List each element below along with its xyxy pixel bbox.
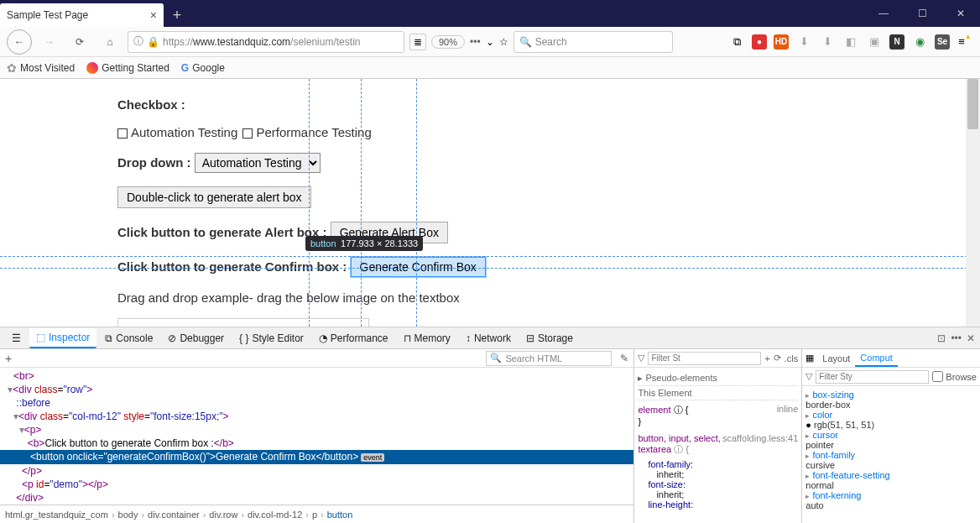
tab-debugger[interactable]: ⊘ Debugger xyxy=(161,329,231,348)
viewport-scrollbar[interactable] xyxy=(966,79,980,327)
page-actions[interactable]: ••• xyxy=(470,36,481,48)
tab-console[interactable]: ⧉ Console xyxy=(98,329,159,348)
devtools-dock-icon[interactable]: ⊡ xyxy=(937,332,946,344)
filter-styles-input[interactable] xyxy=(648,352,761,365)
ext-icon-6[interactable]: N xyxy=(889,34,904,50)
inspector-guide xyxy=(416,79,417,327)
checkbox-performance[interactable] xyxy=(242,128,253,139)
devtools-rules-pane: ▽ + ⟳ .cls ▸ Pseudo-elements This Elemen… xyxy=(633,349,801,523)
bc-item[interactable]: div.col-md-12 xyxy=(248,510,302,520)
browser-styles-toggle[interactable]: Browse xyxy=(932,371,977,382)
inspector-tooltip: button 177.933 × 28.1333 xyxy=(305,236,423,251)
devtools-panel: ☰ ⬚ Inspector ⧉ Console ⊘ Debugger { } S… xyxy=(0,327,980,523)
menu-icon[interactable]: ≡▲ xyxy=(957,34,973,50)
tab-computed[interactable]: Comput xyxy=(855,350,898,367)
reload-button[interactable]: ⟳ xyxy=(67,29,92,55)
reader-mode-icon[interactable]: ≣ xyxy=(409,34,426,50)
browser-tab[interactable]: Sample Test Page × xyxy=(0,3,164,27)
lock-icon: 🔒 xyxy=(147,36,159,48)
window-close-icon[interactable]: ✕ xyxy=(941,0,980,27)
add-rule-icon[interactable]: + xyxy=(764,353,769,363)
devtools-html-pane: + 🔍 Search HTML ✎ <br> ▾<div class="row"… xyxy=(0,349,633,523)
tooltip-dims: 177.933 × 28.1333 xyxy=(341,238,418,248)
cls-toggle[interactable]: .cls xyxy=(785,353,799,363)
new-tab-button[interactable]: + xyxy=(165,3,189,27)
event-badge[interactable]: event xyxy=(361,453,384,462)
filter-computed-input[interactable] xyxy=(816,370,929,384)
devtools-selected-node[interactable]: <button onclick="generateConfirmBox()">G… xyxy=(0,450,633,464)
tab-performance[interactable]: ◔ Performance xyxy=(312,329,395,348)
bc-item[interactable]: body xyxy=(118,510,138,520)
ext-icon-3[interactable]: ⬇ xyxy=(795,34,812,50)
zoom-badge[interactable]: 90% xyxy=(431,35,465,49)
tab-inspector[interactable]: ⬚ Inspector xyxy=(29,328,96,348)
inspector-guide xyxy=(361,79,362,327)
tab-layout[interactable]: Layout xyxy=(817,351,855,366)
dropdown-select[interactable]: Automation Testing xyxy=(195,153,321,173)
inspector-guide xyxy=(0,268,980,269)
ext-icon-4[interactable]: ⬇ xyxy=(819,34,836,50)
search-bar[interactable]: 🔍 Search xyxy=(513,31,673,53)
pocket-icon[interactable]: ⌄ xyxy=(486,36,494,48)
tab-network[interactable]: ↕ Network xyxy=(459,329,518,348)
sidebar-icon[interactable]: ◧ xyxy=(842,34,859,50)
double-click-button[interactable]: Double-click to generate alert box xyxy=(117,186,311,208)
devtools-close-icon[interactable]: ✕ xyxy=(967,332,975,344)
forward-button[interactable]: → xyxy=(37,29,62,55)
scrollbar-thumb[interactable] xyxy=(967,79,978,129)
home-button[interactable]: ⌂ xyxy=(97,29,122,55)
browser-navbar: ← → ⟳ ⌂ ⓘ 🔒 https://www.testandquiz.com/… xyxy=(0,27,980,57)
ext-icon-5[interactable]: ▣ xyxy=(866,34,883,50)
back-button[interactable]: ← xyxy=(7,29,32,55)
info-icon[interactable]: ⓘ xyxy=(133,34,143,49)
checkbox-performance-label: Performance Testing xyxy=(256,125,371,139)
checkbox-automation[interactable] xyxy=(117,128,128,139)
bc-item[interactable]: html.gr_testandquiz_com xyxy=(5,510,108,520)
bookmark-getting-started[interactable]: Getting Started xyxy=(86,62,169,74)
boxmodel-icon[interactable]: ▦ xyxy=(802,353,817,363)
tab-title: Sample Test Page xyxy=(7,9,88,21)
bookmark-star-icon[interactable]: ☆ xyxy=(499,36,508,48)
bookmark-most-visited[interactable]: ✿Most Visited xyxy=(7,61,75,75)
highlight-icon[interactable]: ✎ xyxy=(620,353,628,364)
library-icon[interactable]: ⧉ xyxy=(728,34,745,50)
devtools-computed-pane: ▦ Layout Comput ▽ Browse ▸ box-sizingbor… xyxy=(801,349,980,523)
checkbox-automation-label: Automation Testing xyxy=(131,125,237,139)
generate-confirm-button[interactable]: Generate Confirm Box xyxy=(351,257,486,277)
devtools-iframe-picker[interactable]: ☰ xyxy=(5,329,28,348)
bookmark-google[interactable]: GGoogle xyxy=(181,62,225,74)
dnd-label: Drag and drop example- drag the below im… xyxy=(117,290,863,305)
devtools-search-input[interactable]: 🔍 Search HTML xyxy=(486,351,612,366)
tab-style-editor[interactable]: { } Style Editor xyxy=(232,329,310,348)
dnd-textbox[interactable] xyxy=(117,318,369,327)
search-placeholder: Search xyxy=(535,36,567,48)
devtools-dom-tree[interactable]: <br> ▾<div class="row"> ::before ▾<div c… xyxy=(0,368,633,505)
inspector-guide xyxy=(0,256,980,257)
dropdown-label: Drop down : xyxy=(117,155,190,170)
bookmarks-bar: ✿Most Visited Getting Started GGoogle xyxy=(0,57,980,79)
filter-icon: ▽ xyxy=(805,371,812,382)
pseudo-icon[interactable]: ⟳ xyxy=(774,353,781,363)
devtools-tabs: ☰ ⬚ Inspector ⧉ Console ⊘ Debugger { } S… xyxy=(0,327,980,349)
bc-item[interactable]: div.container xyxy=(148,510,200,520)
bc-item[interactable]: div.row xyxy=(209,510,237,520)
inspector-guide xyxy=(309,79,310,327)
bc-item[interactable]: button xyxy=(327,510,353,520)
url-text: https://www.testandquiz.com/selenium/tes… xyxy=(163,36,360,48)
close-tab-icon[interactable]: × xyxy=(150,8,157,22)
add-element-icon[interactable]: + xyxy=(5,352,12,365)
window-minimize-icon[interactable]: — xyxy=(864,0,903,27)
ext-icon-8[interactable]: Se xyxy=(935,34,950,50)
devtools-more-icon[interactable]: ••• xyxy=(951,332,962,344)
window-titlebar: Sample Test Page × + — ☐ ✕ xyxy=(0,0,980,27)
ext-icon-7[interactable]: ◉ xyxy=(911,34,928,50)
bc-item[interactable]: p xyxy=(312,510,317,520)
url-bar[interactable]: ⓘ 🔒 https://www.testandquiz.com/selenium… xyxy=(128,31,404,53)
page-viewport: Checkbox : Automation Testing Performanc… xyxy=(0,79,980,327)
window-maximize-icon[interactable]: ☐ xyxy=(903,0,941,27)
tab-memory[interactable]: ⊓ Memory xyxy=(397,329,457,348)
tab-storage[interactable]: ⊟ Storage xyxy=(519,329,580,348)
ext-icon-2[interactable]: HD xyxy=(774,34,789,50)
firefox-icon xyxy=(86,62,98,74)
ext-icon-1[interactable]: ● xyxy=(752,34,767,50)
